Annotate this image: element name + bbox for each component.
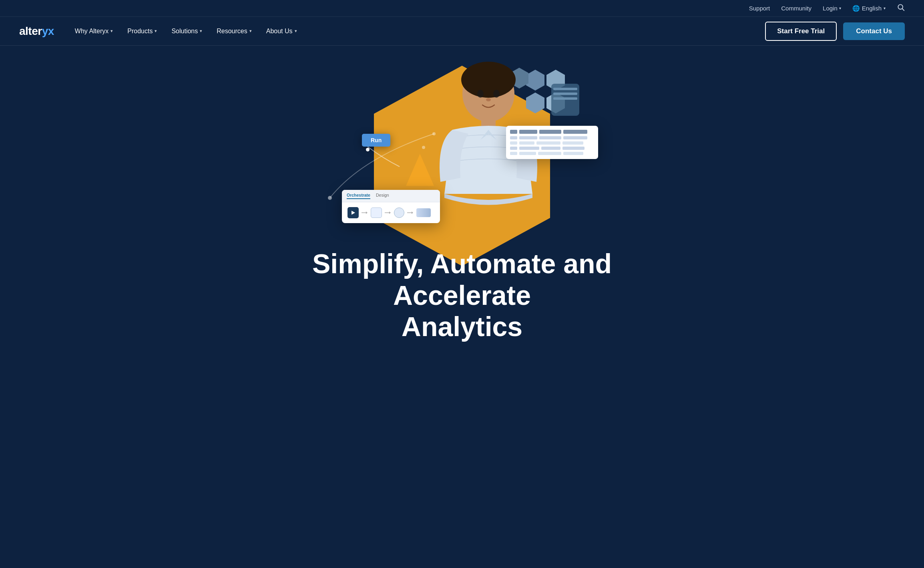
svg-marker-14	[352, 211, 355, 215]
svg-rect-6	[553, 97, 577, 100]
run-button-panel: Run	[362, 134, 390, 147]
svg-rect-5	[553, 93, 577, 95]
hero-title: Simplify, Automate and Accelerate Analyt…	[282, 248, 642, 342]
blue-shape-decoration	[549, 82, 581, 119]
workflow-play-node	[348, 207, 359, 218]
lang-chevron-icon: ▾	[884, 6, 886, 10]
hero-text: Simplify, Automate and Accelerate Analyt…	[282, 248, 642, 342]
nav-item-why-alteryx[interactable]: Why Alteryx ▾	[68, 24, 119, 39]
svg-point-8	[461, 62, 516, 98]
login-link[interactable]: Login ▾	[823, 5, 841, 12]
nav-links: Why Alteryx ▾ Products ▾ Solutions ▾ Res…	[68, 24, 303, 39]
globe-icon: 🌐	[852, 5, 860, 12]
svg-marker-18	[389, 211, 391, 214]
nav-right: Start Free Trial Contact Us	[765, 22, 905, 41]
workflow-data-node	[371, 207, 382, 218]
language-selector[interactable]: 🌐 English ▾	[852, 5, 886, 12]
login-chevron-icon: ▾	[839, 6, 841, 10]
search-icon[interactable]	[897, 3, 905, 13]
logo[interactable]: alteryx	[19, 25, 54, 38]
why-alteryx-chevron-icon: ▾	[110, 28, 113, 34]
nav-item-products[interactable]: Products ▾	[121, 24, 163, 39]
community-link[interactable]: Community	[781, 5, 812, 12]
nav-item-resources[interactable]: Resources ▾	[210, 24, 258, 39]
svg-point-9	[477, 90, 484, 98]
nav-item-solutions[interactable]: Solutions ▾	[165, 24, 209, 39]
start-free-trial-button[interactable]: Start Free Trial	[765, 22, 837, 41]
svg-point-11	[486, 98, 491, 101]
workflow-filter-node	[394, 207, 404, 218]
orchestrate-panel: Orchestrate Design	[342, 190, 440, 223]
contact-us-button[interactable]: Contact Us	[843, 22, 905, 40]
main-nav: alteryx Why Alteryx ▾ Products ▾ Solutio…	[0, 17, 924, 46]
svg-line-1	[902, 9, 904, 11]
about-us-chevron-icon: ▾	[295, 28, 297, 34]
navbar-wrapper: Support Community Login ▾ 🌐 English ▾ al…	[0, 0, 924, 46]
top-bar: Support Community Login ▾ 🌐 English ▾	[0, 0, 924, 17]
svg-rect-4	[553, 88, 577, 90]
svg-marker-16	[366, 211, 368, 214]
svg-point-10	[493, 90, 500, 98]
hero-section: Run Orchestrate Design	[0, 46, 924, 374]
support-link[interactable]: Support	[749, 5, 770, 12]
data-table-panel	[506, 126, 598, 159]
svg-point-21	[328, 196, 332, 200]
workflow-output-node	[416, 208, 431, 217]
float-dot-2	[422, 146, 425, 149]
nav-left: alteryx Why Alteryx ▾ Products ▾ Solutio…	[19, 24, 303, 39]
svg-marker-20	[412, 211, 413, 214]
products-chevron-icon: ▾	[155, 28, 157, 34]
solutions-chevron-icon: ▾	[200, 28, 202, 34]
nav-item-about-us[interactable]: About Us ▾	[260, 24, 303, 39]
resources-chevron-icon: ▾	[249, 28, 252, 34]
